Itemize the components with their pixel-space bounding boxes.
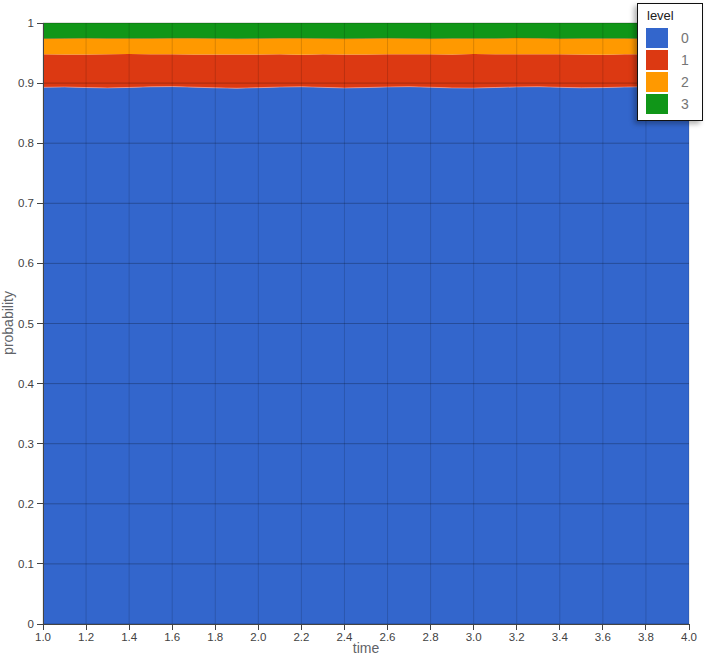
area-boundary-line [43, 38, 689, 39]
x-tick-label: 2.2 [293, 631, 309, 643]
y-axis-title: probability [0, 291, 16, 355]
y-tick-label: 0.9 [18, 77, 34, 89]
x-tick-label: 1.2 [78, 631, 94, 643]
y-tick-label: 0.3 [18, 438, 34, 450]
y-tick-label: 0.7 [18, 197, 34, 209]
x-tick-label: 2.0 [250, 631, 266, 643]
legend-item-label: 3 [681, 94, 689, 114]
x-tick-label: 1.0 [35, 631, 51, 643]
y-tick-label: 0.6 [18, 257, 34, 269]
x-tick-label: 3.6 [595, 631, 611, 643]
x-tick-label: 3.0 [466, 631, 482, 643]
y-tick-label: 0.5 [18, 318, 34, 330]
x-tick-label: 1.4 [121, 631, 138, 643]
y-tick-label: 0.1 [18, 558, 34, 570]
y-tick-label: 0.8 [18, 137, 34, 149]
x-axis-title: time [353, 640, 380, 656]
legend-item-level-1: 1 [646, 49, 702, 70]
legend: level 0 1 2 3 [637, 3, 703, 121]
x-tick-label: 1.8 [207, 631, 223, 643]
y-tick-label: 0.2 [18, 498, 34, 510]
stacked-area-chart: 00.10.20.30.40.50.60.70.80.911.01.21.41.… [0, 0, 706, 661]
x-tick-label: 1.6 [164, 631, 180, 643]
legend-item-label: 0 [681, 28, 689, 48]
x-tick-label: 2.8 [423, 631, 439, 643]
x-tick-label: 3.4 [552, 631, 569, 643]
legend-title: level [647, 8, 702, 23]
legend-item-level-3: 3 [646, 93, 702, 114]
legend-swatch-level-0 [646, 28, 668, 48]
y-tick-label: 0.4 [18, 378, 35, 390]
x-tick-label: 2.6 [380, 631, 396, 643]
chart-container: 00.10.20.30.40.50.60.70.80.911.01.21.41.… [0, 0, 706, 661]
legend-item-label: 1 [681, 50, 689, 70]
legend-swatch-level-2 [646, 72, 668, 92]
y-tick-label: 0 [28, 618, 34, 630]
area-level-3 [43, 23, 689, 39]
x-tick-label: 3.8 [638, 631, 654, 643]
area-level-0 [43, 87, 689, 624]
legend-item-level-0: 0 [646, 27, 702, 48]
y-tick-label: 1 [28, 17, 34, 29]
legend-item-level-2: 2 [646, 71, 702, 92]
legend-swatch-level-3 [646, 94, 668, 114]
area-level-2 [43, 38, 689, 55]
x-tick-label: 3.2 [509, 631, 525, 643]
x-tick-label: 2.4 [336, 631, 353, 643]
x-tick-label: 4.0 [681, 631, 697, 643]
legend-swatch-level-1 [646, 50, 668, 70]
legend-item-label: 2 [681, 72, 689, 92]
